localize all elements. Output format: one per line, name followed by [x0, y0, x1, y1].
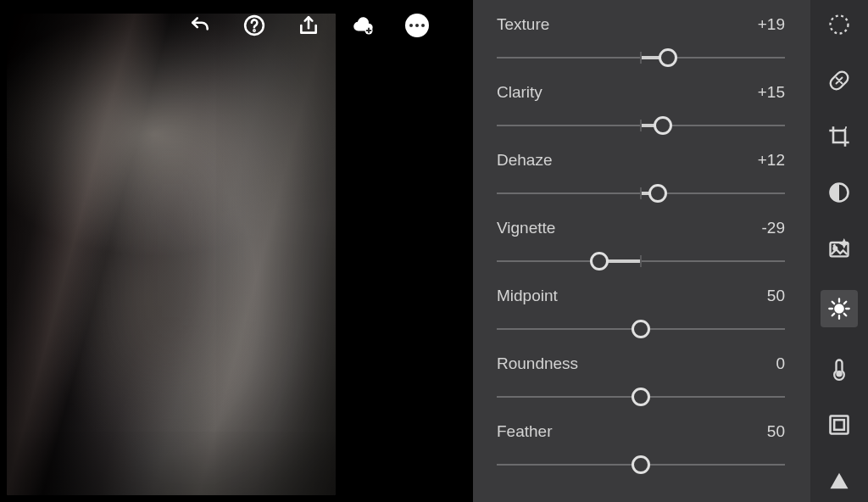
slider-value: 50: [767, 422, 785, 441]
slider-track[interactable]: [497, 181, 785, 205]
slider-label: Feather: [497, 422, 552, 441]
slider-track[interactable]: [497, 114, 785, 137]
undo-icon[interactable]: [186, 12, 214, 39]
slider-thumb[interactable]: [632, 388, 650, 406]
slider-vignette: Vignette-29: [497, 219, 785, 273]
slider-value: +15: [758, 83, 785, 102]
slider-clarity: Clarity+15: [497, 83, 785, 137]
cloud-add-icon[interactable]: [349, 12, 376, 39]
slider-value: 50: [767, 287, 785, 305]
presets-icon[interactable]: [825, 178, 854, 207]
crop-icon[interactable]: [825, 122, 854, 151]
geometry-icon[interactable]: [825, 466, 854, 495]
light-icon[interactable]: [821, 290, 858, 327]
slider-thumb[interactable]: [632, 455, 650, 474]
auto-icon[interactable]: [825, 234, 854, 263]
slider-label: Dehaze: [497, 151, 553, 170]
slider-value: +12: [758, 151, 785, 170]
slider-track[interactable]: [497, 46, 785, 70]
slider-thumb[interactable]: [648, 184, 667, 203]
slider-dehaze: Dehaze+12: [497, 151, 785, 205]
top-toolbar: [186, 12, 431, 39]
slider-label: Vignette: [497, 219, 555, 237]
slider-thumb[interactable]: [632, 320, 650, 338]
slider-track[interactable]: [497, 385, 785, 409]
slider-track[interactable]: [497, 317, 785, 341]
right-tool-rail: [810, 0, 868, 502]
image-preview-area: [0, 0, 473, 502]
slider-label: Roundness: [497, 354, 578, 373]
photo-preview[interactable]: [7, 14, 336, 495]
slider-roundness: Roundness0: [497, 354, 785, 409]
slider-thumb[interactable]: [659, 48, 677, 67]
healing-icon[interactable]: [825, 66, 854, 95]
svg-point-8: [835, 304, 843, 312]
slider-midpoint: Midpoint50: [497, 287, 785, 341]
slider-label: Midpoint: [497, 287, 558, 305]
slider-track[interactable]: [497, 249, 785, 273]
slider-value: +19: [758, 15, 785, 34]
svg-rect-11: [834, 420, 844, 430]
slider-thumb[interactable]: [590, 252, 609, 271]
temperature-icon[interactable]: [825, 354, 854, 383]
slider-feather: Feather50: [497, 422, 785, 477]
svg-point-3: [831, 16, 849, 34]
slider-thumb[interactable]: [654, 116, 672, 135]
effects-panel: Texture+19Clarity+15Dehaze+12Vignette-29…: [473, 0, 810, 502]
slider-label: Clarity: [497, 83, 542, 102]
optics-icon[interactable]: [825, 410, 854, 439]
slider-texture: Texture+19: [497, 15, 785, 70]
slider-value: 0: [776, 354, 785, 373]
help-icon[interactable]: [241, 12, 268, 39]
svg-rect-10: [831, 416, 849, 434]
svg-point-9: [837, 371, 841, 376]
share-icon[interactable]: [295, 12, 322, 39]
slider-value: -29: [762, 219, 785, 237]
slider-label: Texture: [497, 15, 549, 34]
more-icon[interactable]: [403, 12, 431, 39]
slider-track[interactable]: [497, 453, 785, 477]
select-mask-icon[interactable]: [825, 10, 854, 39]
svg-point-1: [253, 30, 254, 31]
